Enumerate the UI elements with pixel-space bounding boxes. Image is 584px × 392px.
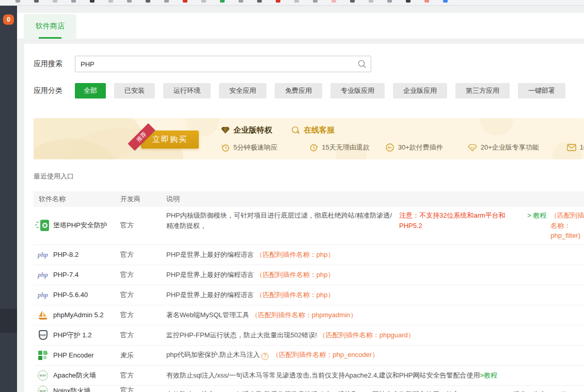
encoder-blocks-icon <box>36 351 50 360</box>
search-box <box>75 56 371 72</box>
bookmark-favicon-icon[interactable] <box>53 0 57 3</box>
content-card: 应用搜索 应用分类 全部已安装运行环境安全应用免费应用专业版应用企业版应用第三方… <box>24 44 584 392</box>
software-name: PHP-7.4 <box>53 271 78 279</box>
banner-perk-label: 20+企业版专享功能 <box>481 143 539 152</box>
banner-perk-1: 15天无理由退款 <box>309 143 369 152</box>
bookmark-favicon-icon[interactable] <box>313 0 318 3</box>
row-desc: 有效防止sql注入/xss/一句话木马等常见渗透攻击,当前仅支持Apache2.… <box>166 371 480 379</box>
phpmyadmin-sailboat-icon <box>36 310 50 320</box>
bookmark-favicon-icon[interactable] <box>257 0 262 3</box>
banner-perk-label: 5分钟极速响应 <box>233 143 277 152</box>
tutorial-link[interactable]: >教程 <box>480 371 497 379</box>
bookmark-favicon-icon[interactable] <box>369 0 373 3</box>
tutorial-link[interactable]: >教程 <box>557 389 572 392</box>
bookmark-favicon-icon[interactable] <box>201 0 206 3</box>
banner-feature-0[interactable]: 企业版特权 <box>221 125 272 135</box>
vendor-cell: 官方 <box>120 386 166 392</box>
bookmark-favicon-icon[interactable] <box>350 0 355 3</box>
banner-feature-label: 企业版特权 <box>233 125 272 135</box>
bookmark-favicon-icon[interactable] <box>387 0 392 3</box>
svg-text:30+: 30+ <box>387 146 392 149</box>
software-name-cell[interactable]: phpMyAdmin 5.2 <box>34 310 120 320</box>
table-row[interactable]: phpMyAdmin 5.2官方著名Web端MySQL管理工具（匹配到插件名称：… <box>34 305 584 325</box>
plugin-match-text: （匹配到插件名称：php） <box>256 291 335 299</box>
category-filter-8[interactable]: 一键部署 <box>518 83 565 99</box>
bookmark-favicon-icon[interactable] <box>164 0 169 3</box>
tab-label: 软件商店 <box>36 22 65 31</box>
category-filter-5[interactable]: 专业版应用 <box>330 83 385 99</box>
bookmark-favicon-icon[interactable] <box>15 0 20 3</box>
software-name-cell[interactable]: PHP Encoder <box>34 351 120 360</box>
row-desc: PHP是世界上最好的编程语言 <box>166 251 254 258</box>
category-filter-7[interactable]: 第三方应用 <box>455 83 510 99</box>
browser-bookmarks-bar <box>0 0 584 6</box>
table-row[interactable]: PHPPHP守护 1.2官方监控PHP-FPM运行状态，防止大批量出现502错误… <box>34 325 584 346</box>
table-row[interactable]: PHP Encoder麦乐php代码加密保护,防止木马注入?（匹配到插件名称：p… <box>34 346 584 366</box>
bookmark-favicon-icon[interactable] <box>406 0 411 3</box>
vendor-cell: 官方 <box>120 371 166 380</box>
guard-shield-text: PHP <box>39 330 48 340</box>
header-vendor: 开发商 <box>120 194 166 204</box>
bookmark-favicon-icon[interactable] <box>220 0 225 3</box>
category-filter-6[interactable]: 企业版应用 <box>393 83 447 99</box>
row-desc: 监控PHP-FPM运行状态，防止大批量出现502错误! <box>166 331 317 339</box>
tab-active-indicator <box>39 37 61 39</box>
bookmark-favicon-icon[interactable] <box>127 0 132 3</box>
bookmark-favicon-icon[interactable] <box>424 0 429 3</box>
table-row[interactable]: phpPHP-5.6.40官方PHP是世界上最好的编程语言（匹配到插件名称：ph… <box>34 285 584 305</box>
bookmark-favicon-icon[interactable] <box>239 0 243 3</box>
tab-software-store[interactable]: 软件商店 <box>24 14 76 39</box>
waf-icon: WAF <box>36 370 50 381</box>
plugin-match-text: （匹配到插件名称：phpguard） <box>319 331 415 339</box>
search-icon[interactable] <box>357 59 367 69</box>
category-filter-active[interactable]: 全部 <box>75 83 106 99</box>
category-filter-4[interactable]: 免费应用 <box>275 83 322 99</box>
category-filter-3[interactable]: 安全应用 <box>219 83 266 99</box>
tutorial-link[interactable]: > 教程 <box>527 210 546 221</box>
sidebar: 0 <box>0 6 17 392</box>
tab-bar: 软件商店 <box>17 13 584 39</box>
software-name-cell[interactable]: phpPHP-7.4 <box>34 271 120 279</box>
vendor-cell: 麦乐 <box>120 351 166 360</box>
notification-badge[interactable]: 0 <box>3 14 14 25</box>
bookmark-favicon-icon[interactable] <box>108 0 113 3</box>
bookmark-favicon-icon[interactable] <box>332 0 336 3</box>
table-row[interactable]: WAFNginx防火墙官方有效防止sql注入/xss/一句话木马/防采集等常见渗… <box>34 386 584 392</box>
software-name-cell[interactable]: WAFApache防火墙 <box>34 370 120 381</box>
banner-feature-1[interactable]: 在线客服 <box>291 125 335 135</box>
table-row[interactable]: WAFApache防火墙官方有效防止sql注入/xss/一句话木马等常见渗透攻击… <box>34 366 584 386</box>
bookmark-favicon-icon[interactable] <box>183 0 187 3</box>
software-name-cell[interactable]: phpPHP-5.6.40 <box>34 291 120 299</box>
software-name-cell[interactable]: PHPPHP守护 1.2 <box>34 330 120 340</box>
banner-perk-2: 30+30+款付费插件 <box>385 143 443 152</box>
software-name-cell[interactable]: 堡塔PHP安全防护 <box>34 220 120 231</box>
vendor-cell: 官方 <box>120 311 166 320</box>
bookmark-favicon-icon[interactable] <box>90 0 94 3</box>
sidebar-active-item[interactable] <box>0 309 17 333</box>
software-name-cell[interactable]: phpPHP-8.2 <box>34 251 120 258</box>
software-name-cell[interactable]: WAFNginx防火墙 <box>34 386 120 392</box>
search-input[interactable] <box>75 56 371 72</box>
table-row[interactable]: phpPHP-7.4官方PHP是世界上最好的编程语言（匹配到插件名称：php） <box>34 265 584 285</box>
help-icon[interactable]: ? <box>261 353 269 360</box>
banner-perk-label: 30+款付费插件 <box>398 143 443 152</box>
bookmark-favicon-icon[interactable] <box>71 0 76 3</box>
table-row[interactable]: 堡塔PHP安全防护官方PHP内核级防御模块，可针对项目进行底层过滤，彻底杜绝跨站… <box>34 207 584 245</box>
vendor-cell: 官方 <box>120 221 166 230</box>
bookmark-favicon-icon[interactable] <box>34 0 39 3</box>
category-filter-2[interactable]: 运行环境 <box>163 83 211 99</box>
bookmark-favicon-icon[interactable] <box>276 0 280 3</box>
header-description: 说明 <box>166 194 584 204</box>
description-cell: php代码加密保护,防止木马注入?（匹配到插件名称：php_encoder） <box>166 350 584 360</box>
vendor-cell: 官方 <box>120 250 166 259</box>
plugin-match-text: （匹配到插件名称：php） <box>256 271 335 279</box>
bookmark-favicon-icon[interactable] <box>146 0 150 3</box>
chat-icon <box>291 126 300 135</box>
bookmark-favicon-icon[interactable] <box>294 0 299 3</box>
table-row[interactable]: phpPHP-8.2官方PHP是世界上最好的编程语言（匹配到插件名称：php） <box>34 245 584 265</box>
bookmark-favicon-icon[interactable] <box>443 0 448 3</box>
waf-icon: WAF <box>36 386 50 392</box>
software-name: PHP Encoder <box>53 351 94 359</box>
category-filter-1[interactable]: 已安装 <box>114 83 155 99</box>
description-cell: PHP是世界上最好的编程语言（匹配到插件名称：php） <box>166 270 584 280</box>
